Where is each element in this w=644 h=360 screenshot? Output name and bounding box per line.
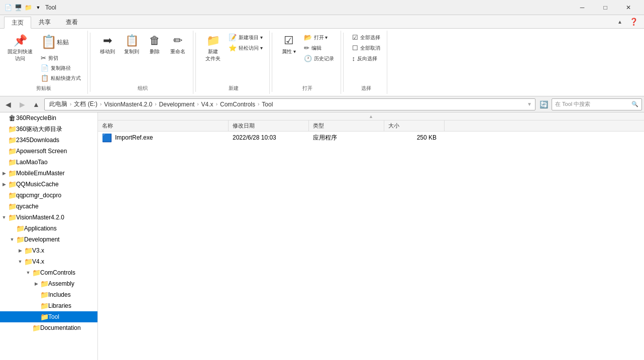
back-button[interactable]: ◀ [2, 98, 14, 110]
sidebar-item-libraries[interactable]: 📁 Libraries [0, 300, 97, 311]
expand-icon-visionmaster[interactable]: ▼ [0, 212, 8, 223]
sidebar-item-360drive[interactable]: 📁 360驱动大师目录 [0, 124, 97, 135]
expand-icon-360recycle[interactable] [0, 112, 8, 124]
crumb-development[interactable]: Development [158, 100, 196, 108]
col-header-name[interactable]: 名称 [98, 121, 229, 131]
expand-icon-mobileemu[interactable]: ▶ [0, 168, 8, 179]
copy-path-button[interactable]: 📄 复制路径 [38, 63, 83, 73]
sidebar-item-comcontrols[interactable]: ▼ 📁 ComControls [0, 267, 97, 278]
invert-select-button[interactable]: ↕ 反向选择 [350, 54, 383, 63]
sidebar-item-development[interactable]: ▼ 📁 Development [0, 234, 97, 245]
sidebar-item-v3x[interactable]: ▶ 📁 V3.x [0, 245, 97, 256]
sidebar-item-qycache[interactable]: 📁 qycache [0, 201, 97, 212]
sidebar-item-mobileemu[interactable]: ▶ 📁 MobileEmuMaster [0, 168, 97, 179]
forward-button[interactable]: ▶ [16, 98, 28, 110]
sidebar-item-v4x[interactable]: ▼ 📁 V4.x [0, 256, 97, 267]
expand-icon-360drive[interactable] [0, 124, 8, 135]
title-bar-left: 📄 🖥️ 📁 ▼ Tool [4, 4, 56, 12]
close-button[interactable]: ✕ [617, 0, 640, 15]
up-button[interactable]: ▲ [30, 98, 42, 110]
label-mobileemu: MobileEmuMaster [16, 170, 65, 177]
sidebar-item-visionmaster[interactable]: ▼ 📁 VisionMaster4.2.0 [0, 212, 97, 223]
address-bar[interactable]: 此电脑 › 文档 (E:) › VisionMaster4.2.0 › Deve… [44, 98, 535, 110]
new-folder-button[interactable]: 📁 新建文件夹 [202, 33, 224, 64]
col-header-size[interactable]: 大小 [384, 121, 445, 131]
expand-icon-qqmusic[interactable]: ▶ [0, 179, 8, 190]
file-list-header: 名称 修改日期 类型 大小 [98, 121, 644, 132]
new-item-button[interactable]: 📝 新建项目 ▾ [226, 33, 265, 42]
tab-view[interactable]: 查看 [58, 16, 85, 28]
maximize-button[interactable]: □ [594, 0, 617, 15]
history-button[interactable]: 🕐 历史记录 [301, 54, 337, 63]
delete-button[interactable]: 🗑 删除 [145, 33, 165, 57]
refresh-button[interactable]: 🔄 [538, 98, 550, 110]
paste-shortcut-button[interactable]: 📋 粘贴快捷方式 [38, 73, 83, 83]
tab-home[interactable]: 主页 [4, 17, 31, 29]
address-dropdown-icon[interactable]: ▼ [527, 101, 532, 107]
properties-button[interactable]: ☑ 属性 ▾ [278, 33, 299, 57]
title-bar-app-icons: 📄 🖥️ 📁 ▼ [4, 4, 42, 12]
expand-icon-libraries[interactable] [32, 300, 40, 311]
expand-icon-v3x[interactable]: ▶ [16, 245, 24, 256]
sidebar-item-laomao[interactable]: 📁 LaoMaoTao [0, 157, 97, 168]
crumb-comcontrols[interactable]: ComControls [219, 100, 257, 108]
minimize-button[interactable]: ─ [571, 0, 594, 15]
pin-to-quickaccess-button[interactable]: 📌 固定到快速访问 [4, 33, 36, 64]
expand-icon-comcontrols[interactable]: ▼ [24, 267, 32, 278]
organize-items: ➡ 移动到 📋 复制到 🗑 删除 ✏ 重命名 [96, 33, 189, 83]
expand-icon-qqpcmgr[interactable] [0, 190, 8, 201]
open-button[interactable]: 📂 打开 ▾ [301, 33, 337, 42]
expand-icon-includes[interactable] [32, 289, 40, 300]
sidebar-item-apowersoft[interactable]: 📁 Apowersoft Screen [0, 146, 97, 157]
edit-button[interactable]: ✏ 编辑 [301, 43, 337, 53]
ribbon-collapse-button[interactable]: ▲ [615, 17, 625, 27]
sidebar-item-360recycle[interactable]: 🗑 360RecycleBin [0, 112, 97, 124]
expand-icon-qycache[interactable] [0, 201, 8, 212]
folder-icon-tool: 📁 [40, 311, 48, 322]
sidebar-item-qqpcmgr[interactable]: 📁 qqpcmgr_docpro [0, 190, 97, 201]
main-area: 🗑 360RecycleBin 📁 360驱动大师目录 📁 2345Downlo… [0, 112, 644, 360]
expand-icon-laomao[interactable] [0, 157, 8, 168]
cut-button[interactable]: ✂ 剪切 [38, 53, 83, 63]
scroll-up-indicator[interactable]: ▲ [98, 112, 644, 121]
page-icon[interactable]: 📄 [4, 4, 12, 12]
expand-icon-v4x[interactable]: ▼ [16, 256, 24, 267]
sidebar-item-2345[interactable]: 📁 2345Downloads [0, 135, 97, 146]
expand-icon-applications[interactable] [8, 223, 16, 234]
rename-button[interactable]: ✏ 重命名 [167, 33, 189, 57]
sidebar-item-tool[interactable]: 📁 Tool [0, 311, 97, 322]
file-area: ▲ 名称 修改日期 类型 大小 🟦 ImportRef.exe 2022/6/2… [98, 112, 644, 360]
select-none-button[interactable]: ☐ 全部取消 [350, 43, 383, 53]
help-button[interactable]: ❓ [627, 15, 640, 28]
tab-share[interactable]: 共享 [31, 16, 58, 28]
crumb-visionmaster[interactable]: VisionMaster4.2.0 [102, 100, 154, 108]
expand-icon-apowersoft[interactable] [0, 146, 8, 157]
crumb-tool[interactable]: Tool [260, 100, 274, 108]
search-box[interactable]: 在 Tool 中搜索 🔍 [552, 98, 642, 110]
folder-icon[interactable]: 📁 [24, 4, 32, 12]
sidebar-item-qqmusic[interactable]: ▶ 📁 QQMusicCache [0, 179, 97, 190]
crumb-thispc[interactable]: 此电脑 [48, 99, 69, 109]
crumb-v4x[interactable]: V4.x [200, 100, 215, 108]
move-to-button[interactable]: ➡ 移动到 [96, 33, 119, 57]
copy-to-button[interactable]: 📋 复制到 [121, 33, 143, 57]
expand-icon-documentation[interactable] [24, 322, 32, 333]
easy-access-button[interactable]: ⭐ 轻松访问 ▾ [226, 43, 265, 53]
col-header-type[interactable]: 类型 [309, 121, 384, 131]
sidebar-item-documentation[interactable]: 📁 Documentation [0, 322, 97, 333]
dropdown-arrow-icon[interactable]: ▼ [34, 4, 42, 12]
table-row[interactable]: 🟦 ImportRef.exe 2022/6/28 10:03 应用程序 250… [98, 132, 644, 144]
sidebar-item-includes[interactable]: 📁 Includes [0, 289, 97, 300]
expand-icon-development[interactable]: ▼ [8, 234, 16, 245]
crumb-drive[interactable]: 文档 (E:) [72, 99, 99, 109]
select-all-button[interactable]: ☑ 全部选择 [350, 33, 383, 42]
search-icon[interactable]: 🔍 [631, 101, 638, 107]
expand-icon-tool[interactable] [32, 311, 40, 322]
sidebar-item-applications[interactable]: 📁 Applications [0, 223, 97, 234]
monitor-icon[interactable]: 🖥️ [14, 4, 22, 12]
sidebar-item-assembly[interactable]: ▶ 📁 Assembly [0, 278, 97, 289]
col-header-date[interactable]: 修改日期 [229, 121, 309, 131]
expand-icon-2345[interactable] [0, 135, 8, 146]
paste-button[interactable]: 📋 粘贴 [38, 33, 83, 52]
expand-icon-assembly[interactable]: ▶ [32, 278, 40, 289]
